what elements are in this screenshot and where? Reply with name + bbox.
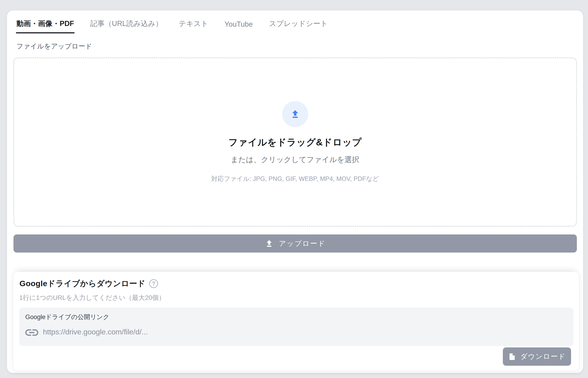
upload-icon: [290, 109, 300, 120]
file-icon: [508, 352, 516, 361]
tab-bar: 動画・画像・PDF 記事（URL読み込み） テキスト YouTube スプレッド…: [16, 14, 577, 33]
gdrive-input-label: Googleドライブの公開リンク: [25, 313, 567, 321]
gdrive-input-row: [25, 324, 567, 341]
dropzone-subtitle: または、クリックしてファイルを選択: [231, 155, 359, 165]
upload-icon-circle: [282, 101, 308, 127]
tab-youtube[interactable]: YouTube: [224, 15, 253, 33]
upload-section-label: ファイルをアップロード: [16, 42, 577, 51]
gdrive-url-hint: 1行に1つのURLを入力してください（最大20個）: [19, 293, 573, 302]
tab-video-image-pdf[interactable]: 動画・画像・PDF: [16, 14, 74, 33]
gdrive-url-inputbox[interactable]: Googleドライブの公開リンク: [19, 308, 573, 346]
upload-button[interactable]: アップロード: [14, 234, 577, 253]
tab-article-url[interactable]: 記事（URL読み込み）: [90, 14, 163, 33]
tab-text[interactable]: テキスト: [178, 14, 209, 33]
gdrive-card-title: Googleドライブからダウンロード: [19, 278, 145, 289]
link-icon: [25, 328, 38, 337]
gdrive-button-row: ダウンロード: [503, 347, 571, 366]
dropzone-title: ファイルをドラッグ&ドロップ: [228, 136, 362, 149]
file-dropzone[interactable]: ファイルをドラッグ&ドロップ または、クリックしてファイルを選択 対応ファイル:…: [14, 57, 577, 227]
help-icon[interactable]: ?: [149, 279, 158, 288]
upload-button-label: アップロード: [279, 239, 326, 248]
tab-spreadsheet[interactable]: スプレッドシート: [268, 14, 328, 33]
gdrive-download-card: Googleドライブからダウンロード ? 1行に1つのURLを入力してください（…: [13, 271, 579, 371]
main-panel: 動画・画像・PDF 記事（URL読み込み） テキスト YouTube スプレッド…: [7, 11, 583, 373]
download-button[interactable]: ダウンロード: [503, 347, 571, 366]
download-button-label: ダウンロード: [520, 352, 566, 361]
upload-button-icon: [265, 239, 274, 248]
gdrive-url-input[interactable]: [43, 324, 567, 341]
gdrive-card-header: Googleドライブからダウンロード ?: [19, 278, 573, 289]
dropzone-supported-files: 対応ファイル: JPG, PNG, GIF, WEBP, MP4, MOV, P…: [211, 175, 379, 183]
